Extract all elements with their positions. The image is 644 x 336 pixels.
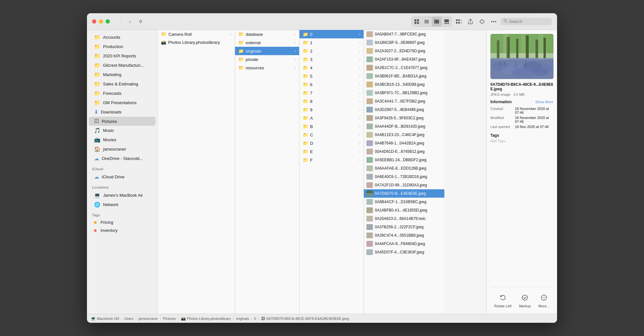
- folder-8-item[interactable]: 📁 8 ›: [299, 97, 364, 105]
- share-button[interactable]: [466, 17, 475, 26]
- sidebar-item-movies[interactable]: 📺 Movies: [89, 135, 156, 144]
- file-item[interactable]: 0A6E40C6-1...72B1BD16.jpeg: [364, 173, 444, 181]
- breadcrumb-users[interactable]: Users: [124, 317, 134, 321]
- originals-item[interactable]: 📁 originals ›: [235, 47, 299, 55]
- sidebar-item-home[interactable]: 🏠 jamescraner: [89, 144, 156, 154]
- rotate-left-button[interactable]: Rotate Left: [492, 292, 514, 310]
- file-item[interactable]: 0A20A623-2...66A14B79.heic: [364, 214, 444, 223]
- sidebar-item-macbook[interactable]: 💻 James's MacBook Air: [89, 191, 156, 200]
- private-item[interactable]: 📁 private ›: [235, 55, 299, 64]
- search-bar[interactable]: [500, 18, 552, 25]
- sidebar-item-production[interactable]: 📁 Production: [89, 42, 156, 51]
- file-name: 0A4B11E3-23...C46C4F.jpeg: [375, 133, 424, 137]
- close-button[interactable]: [92, 19, 96, 24]
- file-item[interactable]: 0A2A3027-2...ED4D76D.jpeg: [364, 47, 444, 55]
- file-item[interactable]: 0A4B7648-1...0A42B2A.jpeg: [364, 139, 444, 147]
- minimize-button[interactable]: [99, 19, 103, 24]
- file-item[interactable]: 0A2AF153-9F...8AE4367.jpeg: [364, 55, 444, 64]
- more-actions-button[interactable]: More...: [536, 292, 552, 310]
- camera-roll-item[interactable]: 📁 Camera Roll ›: [158, 30, 235, 38]
- file-item[interactable]: 0A4A44DF-B...BD91420.jpeg: [364, 122, 444, 131]
- fullscreen-button[interactable]: [106, 19, 110, 24]
- forward-button[interactable]: ›: [126, 17, 134, 26]
- file-item[interactable]: 00A4D61D-E...8745B12.jpeg: [364, 147, 444, 156]
- gallery-view-button[interactable]: [442, 17, 451, 26]
- sidebar-item-pricing[interactable]: Pricing: [89, 218, 156, 226]
- file-item[interactable]: 0A1B6CBF-5...0E89897.jpeg: [364, 38, 444, 47]
- icon-view-button[interactable]: [412, 17, 421, 26]
- breadcrumb-file[interactable]: 🖼 0A7D8D70-B6CA-48CE-9EF8-EAA28E4E9E6E.j…: [261, 316, 349, 321]
- breadcrumb-0[interactable]: 0: [254, 317, 256, 321]
- tag-button[interactable]: [477, 17, 487, 26]
- file-item[interactable]: 0A3F9426-5...9F603C2.jpeg: [364, 114, 444, 122]
- sidebar-item-onedrive[interactable]: ☁ OneDrive - Stancold...: [89, 154, 156, 163]
- file-item[interactable]: 0A5EEBB1-24...DBBDF2.jpeg: [364, 156, 444, 164]
- file-item[interactable]: 0A39C474-4...0551BB8.jpeg: [364, 231, 444, 240]
- file-item[interactable]: 0A7A2F1D-99...31D90A3.jpeg: [364, 181, 444, 189]
- file-item[interactable]: 0A45D57F-4...C9E363F.jpeg: [364, 248, 444, 256]
- database-item[interactable]: 📁 database ›: [235, 30, 299, 38]
- folder-0-item[interactable]: 📁 0 ›: [299, 30, 364, 38]
- folder-C-item[interactable]: 📁 C ›: [299, 131, 364, 139]
- list-view-button[interactable]: [422, 17, 431, 26]
- file-item[interactable]: 0A3BF971-7C...9B129BD.jpeg: [364, 89, 444, 97]
- breadcrumb-photos-library[interactable]: 📸 Photos Library.photoslibrary: [181, 316, 231, 321]
- tags-input[interactable]: Add Tags...: [490, 139, 553, 143]
- file-item[interactable]: 0A0AB047-7...9BFCE8C.jpeg: [364, 30, 444, 38]
- back-button[interactable]: ‹: [116, 17, 125, 26]
- group-button[interactable]: [454, 17, 464, 26]
- file-item[interactable]: 0A37B256-2...322F2CF.jpeg: [364, 223, 444, 231]
- breadcrumb-pictures[interactable]: Pictures: [163, 317, 176, 321]
- folder-F-item[interactable]: 📁 F ›: [299, 156, 364, 164]
- last-opened-value: 18 Nov 2020 at 07:46: [515, 125, 549, 129]
- sidebar-item-kpi[interactable]: 📁 2020 KPI Reports: [89, 51, 156, 61]
- sidebar-item-sales[interactable]: 📁 Sales & Estimating: [89, 79, 156, 89]
- folder-A-item[interactable]: 📁 A ›: [299, 114, 364, 122]
- file-item[interactable]: 0A4B11E3-23...C46C4F.jpeg: [364, 131, 444, 139]
- sidebar-item-music[interactable]: 🎵 Music: [89, 126, 156, 135]
- file-item[interactable]: 0A2B1C7C-2...C1E47677.jpeg: [364, 64, 444, 72]
- photos-library-item[interactable]: 📸 Photos Library.photoslibrary: [158, 38, 235, 46]
- folder-D-item[interactable]: 📁 D ›: [299, 139, 364, 147]
- file-item[interactable]: 0A3B961F-BE...BABD1A.jpeg: [364, 72, 444, 80]
- folder-5-item[interactable]: 📁 5 ›: [299, 72, 364, 80]
- sidebar-item-gm[interactable]: 📁 GM Presentations: [89, 98, 156, 107]
- folder-7-item[interactable]: 📁 7 ›: [299, 89, 364, 97]
- folder-3-item[interactable]: 📁 3 ›: [299, 55, 364, 64]
- breadcrumb-macintosh[interactable]: 💻 Macintosh HD: [91, 316, 119, 321]
- resources-item[interactable]: 📁 resources ›: [235, 64, 299, 72]
- search-input[interactable]: [509, 19, 548, 24]
- more-button[interactable]: [489, 17, 498, 26]
- breadcrumb-jamescraner[interactable]: jamescraner: [138, 317, 158, 321]
- folder-1-item[interactable]: 📁 1 ›: [299, 38, 364, 47]
- show-more-button[interactable]: Show More: [535, 100, 553, 104]
- folder-9-item[interactable]: 📁 9 ›: [299, 105, 364, 114]
- folder-4-item[interactable]: 📁 4 ›: [299, 64, 364, 72]
- column-view-button[interactable]: [432, 17, 441, 26]
- sidebar-item-pictures[interactable]: 🖼 Pictures: [89, 117, 156, 126]
- markup-button[interactable]: Markup: [516, 292, 534, 310]
- folder-icon: 📁: [303, 82, 308, 87]
- file-item-selected[interactable]: 0A7D8D70-B...E4E9E6E.jpeg: [364, 189, 444, 198]
- sidebar-item-accounts[interactable]: 📁 Accounts: [89, 33, 156, 42]
- external-item[interactable]: 📁 external ›: [235, 38, 299, 47]
- file-item[interactable]: 0A14BFB0-A1...4E1855D.jpeg: [364, 206, 444, 214]
- sidebar-item-gilcrest[interactable]: 📁 Gilcrest Manufacturi...: [89, 61, 156, 70]
- sidebar-item-forecasts[interactable]: 📁 Forecasts: [89, 89, 156, 98]
- sidebar-item-inventory[interactable]: Inventory: [89, 226, 156, 234]
- folder-6-item[interactable]: 📁 6 ›: [299, 80, 364, 89]
- sidebar-item-icloud[interactable]: ☁ iCloud Drive: [89, 172, 156, 182]
- sidebar-item-network[interactable]: 🌐 Network: [89, 200, 156, 209]
- file-item[interactable]: 0A3BCB15-13...540D89.jpeg: [364, 80, 444, 89]
- sidebar-item-marketing[interactable]: 📁 Marketing: [89, 70, 156, 79]
- sidebar-item-downloads[interactable]: ⬇ Downloads: [89, 107, 156, 117]
- file-item[interactable]: 0A6AAFAE-8...EDD126B.jpeg: [364, 164, 444, 173]
- breadcrumb-originals[interactable]: originals: [236, 317, 249, 321]
- folder-2-item[interactable]: 📁 2 ›: [299, 47, 364, 55]
- file-item[interactable]: 0A44FCAA-9...F84904D.jpeg: [364, 240, 444, 248]
- file-item[interactable]: 0A3C4A41-7...0E7FDB2.jpeg: [364, 97, 444, 105]
- file-item[interactable]: 0A8B4ACF-1...D16B5BC.jpeg: [364, 198, 444, 206]
- file-item[interactable]: 0A3D2997-5...4EB4488.jpeg: [364, 105, 444, 114]
- folder-E-item[interactable]: 📁 E ›: [299, 147, 364, 156]
- folder-B-item[interactable]: 📁 B ›: [299, 122, 364, 131]
